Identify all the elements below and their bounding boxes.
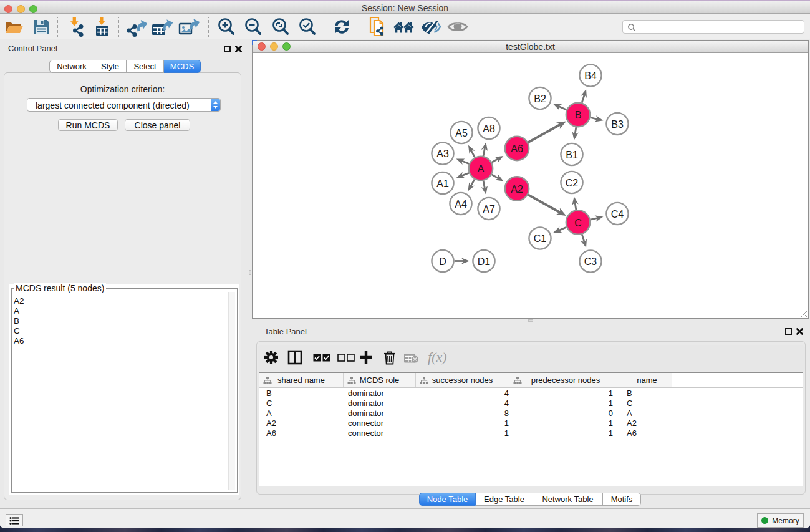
svg-text:C3: C3 (584, 256, 597, 267)
svg-text:C: C (574, 218, 582, 228)
svg-text:A7: A7 (483, 204, 495, 215)
svg-text:C4: C4 (611, 209, 624, 220)
svg-text:D: D (439, 256, 446, 267)
svg-text:D1: D1 (478, 256, 491, 267)
svg-text:A5: A5 (455, 128, 468, 138)
svg-text:B2: B2 (534, 94, 546, 104)
svg-text:A4: A4 (455, 199, 467, 210)
svg-text:A1: A1 (436, 178, 449, 189)
svg-text:B3: B3 (611, 119, 624, 130)
svg-text:B4: B4 (584, 70, 597, 81)
svg-text:A8: A8 (483, 123, 495, 134)
svg-text:C1: C1 (534, 233, 547, 244)
svg-text:C2: C2 (566, 178, 579, 188)
svg-text:A: A (478, 163, 485, 174)
svg-text:A2: A2 (511, 184, 523, 195)
svg-text:B1: B1 (566, 150, 578, 160)
svg-text:A6: A6 (511, 143, 523, 154)
svg-text:B: B (575, 110, 582, 120)
svg-text:A3: A3 (436, 148, 449, 159)
